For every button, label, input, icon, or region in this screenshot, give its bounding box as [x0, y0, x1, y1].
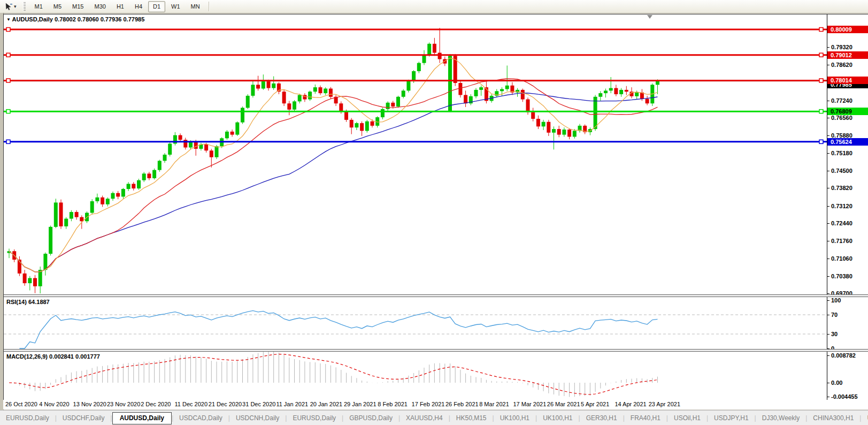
price-badge: 0.80009: [827, 26, 868, 33]
date-label: 2 Dec 2020: [141, 401, 171, 407]
rsi-chart[interactable]: RSI(14) 64.1887: [4, 297, 827, 349]
date-label: 26 Feb 2021: [445, 401, 479, 407]
timeframe-button-h1[interactable]: H1: [112, 1, 129, 12]
line-handle[interactable]: [6, 79, 10, 82]
chart-tab-usdcad-daily[interactable]: USDCAD,Daily: [173, 412, 228, 424]
chart-tab-ger30-h1[interactable]: GER30,H1: [580, 412, 623, 424]
line-handle[interactable]: [819, 53, 823, 57]
timeframe-button-d1[interactable]: D1: [148, 1, 165, 12]
top-toolbar: ▾ M1M5M15M30H1H4D1W1MN: [0, 0, 868, 13]
chart-quotes: 0.78002 0.78060 0.77936 0.77985: [55, 16, 144, 22]
timeframe-button-mn[interactable]: MN: [186, 1, 205, 12]
chart-tab-eurusd-daily[interactable]: EURUSD,Daily: [287, 412, 342, 424]
line-handle[interactable]: [819, 28, 823, 32]
date-label: 26 Mar 2021: [547, 401, 580, 407]
price-axis-label: 0.70380: [831, 273, 852, 279]
chart-tab-eurusd-daily[interactable]: EURUSD,Daily: [0, 412, 55, 424]
chart-tab-usdjpy-h1[interactable]: USDJPY,H1: [708, 412, 754, 424]
chart-tab-usdcnh-daily[interactable]: USDCNH,Daily: [230, 412, 285, 424]
chart-tab-xauusd-h4[interactable]: XAUUSD,H4: [400, 412, 449, 424]
crosshair-tool-button[interactable]: ▾: [2, 1, 19, 12]
price-axis-label: 0.76560: [831, 115, 852, 121]
chevron-down-icon[interactable]: ▾: [14, 4, 17, 9]
macd-values: 0.002841 0.001777: [49, 353, 100, 360]
axis-tick: [827, 383, 829, 383]
horizontal-level-line[interactable]: [4, 110, 827, 113]
price-pane: ▼ AUDUSD,Daily 0.78002 0.78060 0.77936 0…: [4, 14, 868, 294]
horizontal-level-line[interactable]: [4, 140, 827, 143]
time-axis[interactable]: 26 Oct 20204 Nov 202013 Nov 202023 Nov 2…: [3, 400, 868, 409]
axis-tick: [827, 355, 829, 356]
rsi-axis-label: 100: [831, 297, 841, 303]
chart-tab-hk50-m15[interactable]: HK50,M15: [450, 412, 493, 424]
axis-tick: [827, 300, 829, 301]
axis-tick: [827, 348, 829, 349]
chart-tab-china300-h1[interactable]: CHINA300,H1: [807, 412, 859, 424]
toolbar-grip-handle[interactable]: [23, 2, 26, 11]
line-handle[interactable]: [819, 140, 823, 143]
chart-tab-usoil-h1[interactable]: USOil,H1: [668, 412, 706, 424]
chart-tab-uk100-h1[interactable]: UK100,H1: [537, 412, 578, 424]
rsi-axis[interactable]: 10070300: [827, 297, 868, 349]
chart-tab-u[interactable]: U: [861, 412, 868, 424]
chart-shift-marker-icon[interactable]: [647, 15, 652, 19]
rsi-pane: RSI(14) 64.1887 10070300: [4, 297, 868, 349]
timeframe-button-m30[interactable]: M30: [90, 1, 111, 12]
macd-label: MACD(12,26,9) 0.002841 0.001777: [6, 353, 100, 360]
axis-tick: [827, 276, 829, 277]
ma-slow-line[interactable]: [9, 93, 658, 272]
timeframe-button-m15[interactable]: M15: [67, 1, 88, 12]
chart-collapse-icon[interactable]: ▼: [6, 17, 11, 22]
date-label: 17 Mar 2021: [513, 401, 547, 407]
date-label: 26 Oct 2020: [5, 401, 37, 407]
date-label: 20 Jan 2021: [310, 401, 343, 407]
price-badge: 0.75624: [827, 138, 868, 146]
price-axis-label: 0.71060: [831, 255, 852, 262]
horizontal-level-line[interactable]: [4, 53, 827, 57]
chart-tab-audusd-daily[interactable]: AUDUSD,Daily: [112, 412, 172, 424]
date-label: 23 Nov 2020: [107, 401, 140, 407]
line-handle[interactable]: [6, 28, 10, 32]
line-handle[interactable]: [6, 140, 10, 143]
axis-tick: [827, 153, 829, 154]
line-handle[interactable]: [6, 110, 10, 113]
price-axis-label: 0.73120: [831, 203, 852, 209]
price-chart[interactable]: ▼ AUDUSD,Daily 0.78002 0.78060 0.77936 0…: [4, 14, 827, 294]
axis-tick: [827, 241, 829, 241]
price-axis-label: 0.74500: [831, 168, 852, 174]
chart-tab-fra40-h1[interactable]: FRA40,H1: [625, 412, 666, 424]
timeframe-button-w1[interactable]: W1: [166, 1, 185, 12]
rsi-axis-label: 70: [831, 312, 838, 318]
line-handle[interactable]: [6, 53, 10, 57]
chart-tab-gbpusd-daily[interactable]: GBPUSD,Daily: [343, 412, 398, 424]
axis-tick: [827, 65, 829, 65]
macd-axis-label: 0.00: [831, 380, 842, 386]
ma-mid-line[interactable]: [9, 79, 658, 272]
axis-tick: [827, 293, 829, 294]
axis-tick: [827, 47, 829, 48]
line-handle[interactable]: [819, 79, 823, 82]
chart-symbol-period: AUDUSD,Daily: [12, 16, 53, 22]
horizontal-level-line[interactable]: [4, 28, 827, 32]
axis-tick: [827, 334, 829, 335]
axis-tick: [827, 315, 829, 315]
chart-tab-dj30-weekly[interactable]: DJ30,Weekly: [756, 412, 805, 424]
chart-tab-uk100-h1[interactable]: UK100,H1: [494, 412, 535, 424]
price-axis[interactable]: 0.793200.786200.772400.765600.758800.751…: [827, 14, 868, 294]
macd-axis[interactable]: 0.0087820.00-0.004455: [827, 352, 868, 401]
macd-axis-label: 0.008782: [831, 352, 856, 359]
timeframe-button-m5[interactable]: M5: [49, 1, 66, 12]
timeframe-button-h4[interactable]: H4: [130, 1, 147, 12]
line-handle[interactable]: [819, 110, 823, 113]
timeframe-button-group: M1M5M15M30H1H4D1W1MN: [29, 1, 205, 12]
date-label: 4 Nov 2020: [39, 401, 69, 407]
date-label: 11 Dec 2020: [175, 401, 208, 407]
macd-chart[interactable]: MACD(12,26,9) 0.002841 0.001777: [4, 352, 827, 401]
date-label: 8 Mar 2021: [479, 401, 509, 407]
chart-tab-usdchf-daily[interactable]: USDCHF,Daily: [57, 412, 111, 424]
ma-fast-line[interactable]: [9, 58, 658, 272]
timeframe-button-m1[interactable]: M1: [30, 1, 48, 12]
chart-tab-bar: EURUSD,Daily|USDCHF,Daily|AUDUSD,Daily|U…: [0, 410, 868, 425]
price-axis-label: 0.71760: [831, 238, 852, 244]
chart-window: ▼ AUDUSD,Daily 0.78002 0.78060 0.77936 0…: [3, 14, 868, 401]
